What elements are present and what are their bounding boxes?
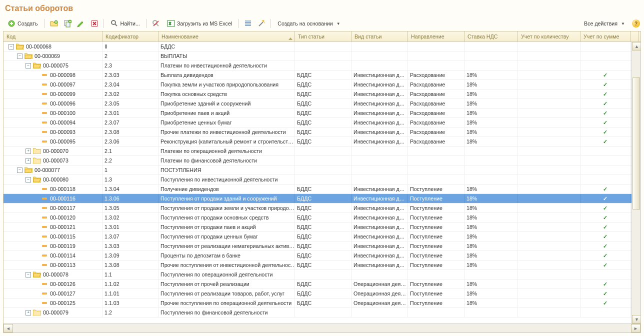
table-row[interactable]: 00-0001151.3.07Поступления от продажи це… (4, 232, 640, 242)
code-text: 00-000069 (34, 53, 60, 59)
cell-qty (518, 242, 580, 250)
create-button[interactable]: Создать (4, 18, 42, 29)
expand-icon[interactable]: + (26, 310, 31, 316)
collapse-icon[interactable]: − (17, 168, 22, 173)
cell-direction (408, 61, 464, 70)
table-row[interactable]: −00-0000752.3Платежи по инвестиционной д… (4, 61, 640, 70)
collapse-icon[interactable]: − (17, 54, 22, 59)
vertical-scrollbar[interactable]: ▲ ▼ (632, 42, 640, 324)
table-row[interactable]: 00-0000992.3.02Покупка основных средствБ… (4, 90, 640, 99)
table-row[interactable]: 00-0001211.3.01Поступления от продажи па… (4, 222, 640, 232)
column-header-name[interactable]: Наименование (158, 32, 295, 42)
table-row[interactable]: 00-0001002.3.01Приобретение паев и акций… (4, 108, 640, 118)
collapse-icon[interactable]: − (8, 44, 14, 50)
cell-qty (518, 146, 580, 156)
table-row[interactable]: 00-0001141.3.09Проценты по депозитам в б… (4, 251, 640, 260)
cell-direction: Поступление (408, 204, 464, 212)
cell-qty (518, 184, 580, 194)
list-mode-button[interactable] (242, 18, 254, 29)
scroll-thumb[interactable] (632, 77, 640, 210)
table-row[interactable]: 00-0000982.3.03Выплата дивидендовБДДСИнв… (4, 70, 640, 80)
cell-name: Поступления от реализации товаров, работ… (158, 289, 295, 298)
svg-point-7 (153, 20, 157, 24)
expand-icon[interactable]: + (26, 158, 31, 164)
edit-button[interactable] (75, 18, 87, 29)
cell-direction (408, 175, 464, 184)
create-label: Создать (18, 20, 38, 26)
cancel-search-button[interactable] (150, 18, 162, 29)
table-row[interactable]: 00-0000952.3.06Реконструкция (капитальны… (4, 137, 640, 146)
code-text: 00-000115 (50, 234, 76, 240)
folder-icon (33, 309, 43, 316)
separator (44, 19, 45, 28)
horizontal-scrollbar[interactable]: ◄ ► (4, 324, 640, 332)
column-header-direction[interactable]: Направление (408, 32, 464, 42)
copy-button[interactable] (62, 18, 74, 29)
cell-code: +00-000073 (4, 156, 102, 165)
excel-icon (167, 20, 175, 28)
find-button[interactable]: Найти... (107, 18, 144, 29)
delete-button[interactable] (88, 18, 100, 29)
scroll-track[interactable] (632, 50, 640, 315)
table-row[interactable]: 00-0001171.3.05Поступления от продажи зе… (4, 204, 640, 213)
table-row[interactable]: −00-0000781.1Поступления по операционной… (4, 270, 640, 280)
cell-vat: 18% (464, 242, 518, 250)
scroll-down-button[interactable]: ▼ (632, 315, 640, 324)
table-row[interactable]: 00-0000942.3.07Приобретение ценных бумаг… (4, 118, 640, 128)
table-row[interactable]: 00-0001131.3.08Прочие поступления от инв… (4, 260, 640, 270)
cell-sum (580, 308, 630, 317)
table-row[interactable]: 00-0001191.3.03Поступления от реализации… (4, 242, 640, 251)
cell-name: Поступления от прочей реализации (158, 280, 295, 288)
settings-button[interactable] (256, 18, 268, 29)
table-row[interactable]: +00-0000702.1Платежи по операционной дея… (4, 146, 640, 156)
table-row[interactable]: 00-0001251.1.03Прочие поступления по опе… (4, 298, 640, 308)
column-header-vat[interactable]: Ставка НДС (464, 32, 518, 42)
table-row[interactable]: 00-0000962.3.05Приобретение зданий и соо… (4, 99, 640, 108)
load-excel-button[interactable]: Загрузить из MS Excel (164, 18, 236, 29)
column-header-article-kind[interactable]: Вид статьи (352, 32, 408, 42)
all-actions-button[interactable]: Все действия ▼ (580, 18, 628, 29)
column-header-article-type[interactable]: Тип статьи (295, 32, 352, 42)
table-row[interactable]: 00-0001181.3.04Получение дивидендовБДДСИ… (4, 184, 640, 194)
cell-name: Поступления от продажи паев и акций (158, 222, 295, 232)
table-row[interactable]: 00-0000932.3.08Прочие платежи по инвести… (4, 128, 640, 137)
table-row[interactable]: 00-0001161.3.06Поступления от продажи зд… (4, 194, 640, 204)
table-row[interactable]: 00-0001271.1.01Поступления от реализации… (4, 289, 640, 298)
cell-article-kind (352, 166, 408, 174)
collapse-icon[interactable]: − (26, 63, 31, 68)
table-row[interactable]: +00-0000732.2Платежи по финансовой деяте… (4, 156, 640, 166)
table-row[interactable]: −00-000068IIБДДС (4, 42, 640, 52)
collapse-icon[interactable]: − (26, 272, 31, 278)
table-row[interactable]: −00-0000771ПОСТУПЛЕНИЯ (4, 166, 640, 175)
collapse-icon[interactable]: − (26, 177, 31, 182)
cell-name: Платежи по инвестиционной деятельности (158, 61, 295, 70)
check-icon: ✓ (603, 120, 608, 126)
table-row[interactable]: −00-0000692ВЫПЛАТЫ (4, 52, 640, 61)
column-header-code[interactable]: Код (4, 32, 102, 42)
create-based-on-button[interactable]: Создать на основании ▼ (274, 18, 344, 29)
help-button[interactable]: ? (632, 20, 640, 28)
scroll-up-button[interactable]: ▲ (632, 42, 640, 50)
table-row[interactable]: +00-0000791.2Поступления по финансовой д… (4, 308, 640, 318)
table-row[interactable]: 00-0001261.1.02Поступления от прочей реа… (4, 280, 640, 289)
scroll-right-button[interactable]: ► (631, 324, 640, 332)
column-header-qty[interactable]: Учет по количеству (518, 32, 580, 42)
list-icon (244, 20, 252, 28)
scroll-left-button[interactable]: ◄ (4, 324, 13, 332)
code-text: 00-000078 (43, 272, 68, 278)
cell-code: 00-000119 (4, 242, 102, 250)
cell-name: Платежи по операционной деятельности (158, 146, 295, 156)
column-header-codifier[interactable]: Кодификатор (102, 32, 158, 42)
dropdown-arrow-icon: ▼ (336, 22, 340, 26)
table-row[interactable]: 00-0000972.3.04Покупка земли и участков … (4, 80, 640, 90)
cell-code: 00-000113 (4, 260, 102, 270)
new-folder-button[interactable] (48, 18, 60, 29)
separator (270, 19, 271, 28)
cell-qty (518, 213, 580, 222)
cell-name: Поступления по инвестиционной деятельнос… (158, 175, 295, 184)
cell-direction: Расходование (408, 99, 464, 108)
table-row[interactable]: 00-0001201.3.02Поступления от продажи ос… (4, 213, 640, 222)
table-row[interactable]: −00-0000801.3Поступления по инвестиционн… (4, 175, 640, 184)
column-header-sum[interactable]: Учет по сумме (580, 32, 630, 42)
expand-icon[interactable]: + (26, 148, 31, 154)
